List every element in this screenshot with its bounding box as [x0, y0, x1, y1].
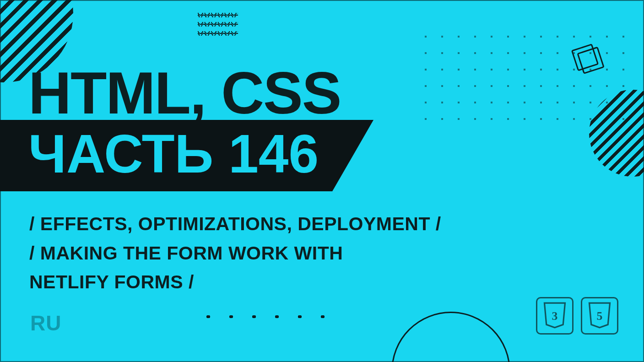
html5-shield-icon: 5 [581, 297, 618, 335]
subtitle-line-1: / EFFECTS, OPTIMIZATIONS, DEPLOYMENT / [29, 210, 441, 239]
decor-circle-outline [391, 312, 510, 362]
html5-shield-label: 5 [597, 309, 603, 323]
part-band-wrap: ЧАСТЬ 146 [0, 120, 373, 191]
tech-shields: 3 5 [536, 297, 618, 335]
subtitle-line-2: / MAKING THE FORM WORK WITH [29, 239, 441, 268]
headline-text: HTML, CSS [28, 59, 341, 127]
css3-shield-label: 3 [552, 309, 558, 323]
css3-shield-icon: 3 [536, 297, 574, 335]
part-band-text: ЧАСТЬ 146 [0, 120, 373, 191]
language-label: RU [30, 311, 61, 335]
decor-waves [198, 13, 238, 36]
decor-dot-row [197, 307, 334, 335]
subtitle-block: / EFFECTS, OPTIMIZATIONS, DEPLOYMENT / /… [29, 210, 441, 297]
subtitle-line-3: NETLIFY FORMS / [29, 268, 441, 297]
